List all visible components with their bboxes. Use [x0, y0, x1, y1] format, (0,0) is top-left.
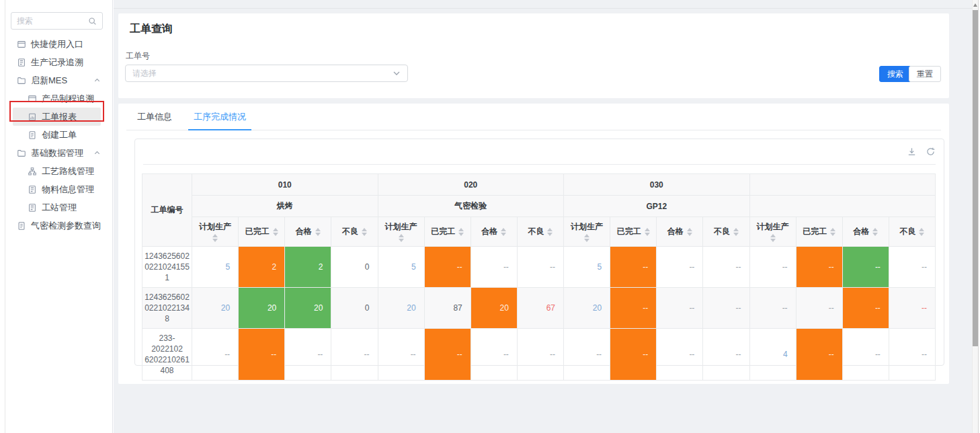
value-cell: 20	[239, 288, 285, 329]
group-name-header: 烘烤	[192, 196, 378, 217]
value-cell: 20	[285, 288, 331, 329]
sort-icon[interactable]	[830, 228, 835, 236]
sidebar-item[interactable]: 气密检测参数查询	[13, 216, 101, 235]
metric-header[interactable]: 计划生产	[749, 217, 796, 247]
scrollbar-thumb[interactable]	[973, 10, 978, 346]
value-cell[interactable]: 5	[192, 247, 239, 288]
sort-icon[interactable]	[273, 228, 278, 236]
group-code-header	[749, 174, 936, 196]
metric-header[interactable]: 计划生产	[564, 217, 610, 247]
refresh-icon[interactable]	[926, 147, 936, 157]
page-title: 工单查询	[130, 22, 173, 36]
value-cell: 0	[331, 288, 378, 329]
work-order-select[interactable]: 请选择	[125, 65, 408, 82]
sidebar-item[interactable]: 工站管理	[13, 198, 101, 216]
value-cell: --	[657, 329, 703, 381]
metric-header[interactable]: 计划生产	[192, 217, 239, 247]
metric-header[interactable]: 合格	[285, 217, 331, 247]
value-cell: --	[889, 288, 935, 329]
value-cell: --	[564, 329, 610, 381]
table-row: 233-20221026202210261408----------------…	[142, 329, 936, 381]
sidebar-item-label: 创建工单	[42, 129, 77, 141]
table-wrapper: 工单编号010020030烘烤气密检验GP12计划生产已完工合格不良计划生产已完…	[142, 173, 936, 381]
sort-icon[interactable]	[399, 234, 404, 242]
metric-header[interactable]: 已完工	[610, 217, 657, 247]
sidebar-item[interactable]: 生产记录追溯	[13, 53, 101, 71]
value-cell[interactable]: 20	[378, 288, 424, 329]
value-cell: --	[378, 329, 424, 381]
value-cell: 87	[424, 288, 471, 329]
sort-icon[interactable]	[645, 228, 650, 236]
group-code-header: 010	[192, 174, 378, 196]
sidebar-item[interactable]: 基础数据管理	[13, 144, 101, 162]
sidebar-item[interactable]: 产品制程追溯	[13, 89, 101, 108]
table-panel: 工单编号010020030烘烤气密检验GP12计划生产已完工合格不良计划生产已完…	[134, 139, 944, 366]
vertical-scrollbar[interactable]	[972, 0, 978, 433]
chevron-up-icon[interactable]	[93, 77, 101, 84]
sort-icon[interactable]	[872, 228, 878, 236]
sidebar-item[interactable]: 物料信息管理	[13, 180, 101, 198]
value-cell[interactable]: 5	[564, 247, 610, 288]
result-card: 工单信息 工序完成情况 工单编	[118, 104, 949, 384]
sidebar-item-label: 物料信息管理	[42, 184, 94, 196]
metric-header[interactable]: 不良	[703, 217, 749, 247]
metric-header[interactable]: 合格	[657, 217, 703, 247]
value-cell: --	[657, 288, 703, 329]
sidebar-item[interactable]: 启新MES	[13, 71, 101, 89]
sort-icon[interactable]	[501, 228, 506, 236]
scrollbar-up-arrow[interactable]	[973, 3, 977, 7]
sidebar-item[interactable]: 工艺路线管理	[13, 162, 101, 180]
sort-icon[interactable]	[584, 234, 589, 242]
sidebar-item-label: 工单报表	[42, 111, 77, 123]
value-cell: --	[424, 329, 471, 381]
value-cell: --	[796, 329, 842, 381]
sort-icon[interactable]	[362, 228, 367, 236]
search-input[interactable]	[17, 16, 88, 26]
sort-icon[interactable]	[212, 234, 218, 242]
tab-work-order-info[interactable]: 工单信息	[126, 104, 183, 130]
value-cell[interactable]: 4	[749, 329, 796, 381]
folder-icon	[17, 76, 26, 85]
table-row: 12436256020221024155152205------5-------…	[142, 247, 936, 288]
value-cell[interactable]: 20	[564, 288, 610, 329]
sort-icon[interactable]	[547, 228, 553, 236]
sort-icon[interactable]	[458, 228, 464, 236]
sort-icon[interactable]	[687, 228, 692, 236]
metric-header[interactable]: 合格	[842, 217, 889, 247]
sort-icon[interactable]	[919, 228, 924, 236]
value-cell: --	[703, 329, 749, 381]
report-icon	[28, 112, 37, 122]
download-icon[interactable]	[907, 147, 917, 157]
metric-header[interactable]: 不良	[331, 217, 378, 247]
metric-header[interactable]: 计划生产	[378, 217, 424, 247]
tab-process-completion[interactable]: 工序完成情况	[183, 104, 257, 130]
col-header-work-order-id: 工单编号	[142, 174, 192, 247]
sidebar-item[interactable]: 工单报表	[13, 108, 101, 126]
process-completion-table: 工单编号010020030烘烤气密检验GP12计划生产已完工合格不良计划生产已完…	[142, 173, 936, 381]
reset-button[interactable]: 重置	[909, 66, 941, 82]
sidebar-item[interactable]: 创建工单	[13, 126, 101, 144]
value-cell: 2	[285, 247, 331, 288]
sidebar-search[interactable]	[11, 12, 103, 30]
metric-header[interactable]: 已完工	[424, 217, 471, 247]
metric-header[interactable]: 不良	[889, 217, 935, 247]
search-button[interactable]: 搜索	[879, 66, 911, 82]
search-icon	[88, 17, 97, 26]
value-cell[interactable]: 20	[192, 288, 239, 329]
value-cell: --	[471, 329, 517, 381]
sort-icon[interactable]	[315, 228, 321, 236]
sidebar-item-label: 基础数据管理	[31, 147, 83, 159]
metric-header[interactable]: 已完工	[239, 217, 285, 247]
sort-icon[interactable]	[733, 228, 739, 236]
metric-header[interactable]: 合格	[471, 217, 517, 247]
value-cell: --	[610, 247, 657, 288]
value-cell: --	[517, 329, 563, 381]
value-cell: --	[331, 329, 378, 381]
value-cell[interactable]: 5	[378, 247, 424, 288]
sidebar-item[interactable]: 快捷使用入口	[13, 35, 101, 53]
chevron-up-icon[interactable]	[93, 149, 101, 157]
metric-header[interactable]: 已完工	[796, 217, 842, 247]
metric-header[interactable]: 不良	[517, 217, 563, 247]
sort-icon[interactable]	[770, 234, 776, 242]
value-cell: --	[842, 247, 889, 288]
